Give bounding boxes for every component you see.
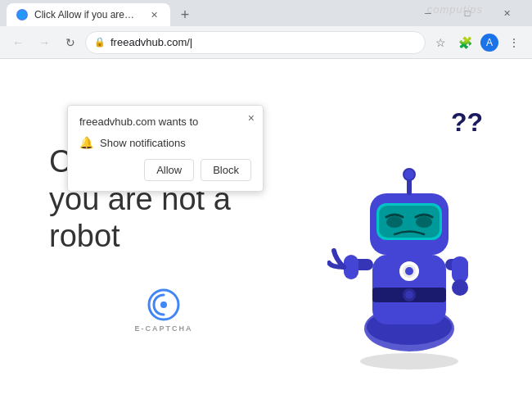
profile-avatar: A bbox=[480, 34, 498, 52]
tab-bar: 🌐 Click Allow if you are not a robot ✕ + bbox=[7, 0, 409, 26]
captcha-label: E-CAPTCHA bbox=[135, 324, 193, 333]
new-tab-button[interactable]: + bbox=[174, 3, 196, 26]
popup-close-button[interactable]: × bbox=[248, 112, 255, 124]
lock-icon: 🔒 bbox=[94, 37, 106, 48]
popup-permission-row: 🔔 Show notifications bbox=[79, 136, 251, 149]
profile-button[interactable]: A bbox=[478, 31, 501, 54]
toolbar-actions: ☆ 🧩 A ⋮ bbox=[429, 31, 525, 54]
close-button[interactable]: ✕ bbox=[488, 0, 525, 26]
tab-favicon: 🌐 bbox=[16, 9, 28, 20]
svg-point-7 bbox=[405, 291, 413, 299]
back-button[interactable]: ← bbox=[7, 31, 29, 54]
svg-point-15 bbox=[416, 216, 432, 228]
permission-label: Show notifications bbox=[100, 137, 186, 149]
svg-point-17 bbox=[404, 169, 415, 180]
svg-point-22 bbox=[452, 279, 468, 296]
robot-illustration: ?? bbox=[319, 107, 499, 369]
captcha-brand: E-CAPTCHA bbox=[49, 288, 278, 333]
block-button[interactable]: Block bbox=[201, 159, 251, 181]
tab-title: Click Allow if you are not a robot bbox=[34, 9, 136, 20]
main-content: × freeadvhub.com wants to 🔔 Show notific… bbox=[0, 59, 532, 417]
bell-icon: 🔔 bbox=[79, 136, 93, 149]
popup-title: freeadvhub.com wants to bbox=[79, 116, 251, 128]
allow-button[interactable]: Allow bbox=[144, 159, 194, 181]
active-tab[interactable]: 🌐 Click Allow if you are not a robot ✕ bbox=[7, 3, 170, 26]
menu-button[interactable]: ⋮ bbox=[503, 31, 525, 54]
popup-buttons: Allow Block bbox=[79, 159, 251, 181]
forward-button[interactable]: → bbox=[33, 31, 56, 54]
tab-close-button[interactable]: ✕ bbox=[147, 8, 160, 21]
captcha-logo-icon bbox=[147, 288, 180, 321]
notification-popup: × freeadvhub.com wants to 🔔 Show notific… bbox=[67, 105, 264, 192]
titlebar: 🌐 Click Allow if you are not a robot ✕ +… bbox=[0, 0, 532, 26]
url-text: freeadvhub.com/| bbox=[110, 36, 417, 48]
svg-point-10 bbox=[405, 267, 413, 275]
svg-point-14 bbox=[386, 216, 403, 228]
refresh-button[interactable]: ↻ bbox=[59, 31, 82, 54]
robot-svg bbox=[327, 124, 491, 361]
bookmark-button[interactable]: ☆ bbox=[429, 31, 452, 54]
robot-shadow bbox=[360, 353, 458, 369]
extensions-button[interactable]: 🧩 bbox=[453, 31, 476, 54]
svg-rect-21 bbox=[452, 256, 468, 283]
watermark: computips bbox=[427, 3, 483, 16]
address-bar[interactable]: 🔒 freeadvhub.com/| bbox=[85, 31, 426, 54]
toolbar: ← → ↻ 🔒 freeadvhub.com/| ☆ 🧩 A ⋮ bbox=[0, 26, 532, 59]
svg-point-1 bbox=[160, 301, 167, 308]
